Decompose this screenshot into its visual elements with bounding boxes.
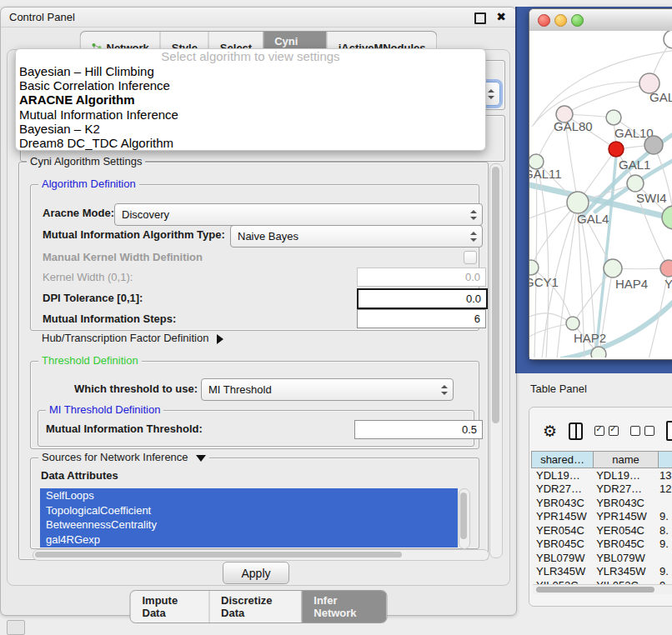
- scrollbar-thumb[interactable]: [536, 587, 654, 592]
- close-icon[interactable]: [496, 10, 506, 23]
- mi-steps-label: Mutual Information Steps:: [43, 312, 176, 325]
- control-panel-titlebar[interactable]: Control Panel: [1, 8, 516, 28]
- algorithm-option[interactable]: Dream8 DC_TDC Algorithm: [16, 136, 485, 150]
- table-cell: YDL19…: [531, 469, 591, 482]
- gear-icon[interactable]: [543, 423, 557, 439]
- scrollbar-thumb[interactable]: [35, 552, 402, 558]
- network-canvas[interactable]: GALGAL80GAL10GAL1GAL11SWI4GAL4GCY1HAP4YH…: [529, 31, 672, 359]
- network-window-titlebar[interactable]: [529, 9, 672, 32]
- network-node[interactable]: [664, 31, 672, 48]
- table-row[interactable]: YBR045CYBR045C9.: [531, 538, 672, 552]
- table-row[interactable]: YBR043CYBR043C: [531, 496, 672, 510]
- zoom-traffic-light-icon[interactable]: [571, 14, 584, 27]
- column-header-clipped[interactable]: A: [658, 451, 672, 468]
- data-attribute-item[interactable]: SelfLoops: [40, 488, 458, 503]
- network-node-hap4[interactable]: [604, 259, 622, 278]
- scrollbar-thumb[interactable]: [492, 167, 499, 423]
- tab-impute-data[interactable]: Impute Data: [131, 591, 209, 622]
- table-hscrollbar[interactable]: [533, 584, 672, 594]
- table-body: YDL19…YDL19…13YDR27…YDR27…12YBR043CYBR04…: [531, 468, 672, 584]
- network-view-window: GALGAL80GAL10GAL1GAL11SWI4GAL4GCY1HAP4YH…: [529, 8, 672, 360]
- table-cell: YPR145W: [531, 510, 591, 522]
- network-node-gal1[interactable]: [609, 142, 624, 157]
- combo-arrows-icon: [487, 89, 494, 99]
- table-cell: YLR345W: [531, 565, 591, 578]
- table-cell: YER054C: [531, 524, 591, 537]
- sources-group: Sources for Network Inference Data Attri…: [30, 458, 479, 549]
- network-graph: GALGAL80GAL10GAL1GAL11SWI4GAL4GCY1HAP4YH…: [529, 31, 672, 358]
- checked-box-icon: [594, 426, 604, 436]
- network-node-gal10[interactable]: [606, 110, 621, 125]
- new-column-icon[interactable]: [666, 421, 672, 441]
- combo-arrows-icon: [469, 232, 477, 242]
- algorithm-option[interactable]: ARACNE Algorithm: [16, 92, 485, 107]
- settings-hscrollbar[interactable]: [33, 549, 489, 561]
- algorithm-option[interactable]: Bayesian – Hill Climbing: [16, 64, 485, 78]
- expander-collapsed-icon: [217, 334, 223, 344]
- table-row[interactable]: YDL19…YDL19…13: [531, 468, 672, 482]
- mi-type-combobox[interactable]: Naive Bayes: [230, 225, 483, 248]
- settings-vscrollbar[interactable]: [489, 163, 503, 558]
- algorithm-definition-group: Algorithm Definition Aracne Mode: Discov…: [30, 184, 479, 331]
- manual-kernel-label: Manual Kernel Width Definition: [43, 251, 203, 263]
- table-cell: YBR045C: [531, 538, 591, 550]
- network-node-y[interactable]: [660, 260, 672, 277]
- node-table: shared… name A YDL19…YDL19…13YDR27…YDR27…: [531, 451, 672, 584]
- combo-arrows-icon: [469, 210, 477, 220]
- minimize-traffic-light-icon[interactable]: [554, 14, 567, 27]
- kernel-width-label: Kernel Width (0,1):: [43, 271, 133, 283]
- network-node-gal4[interactable]: [567, 192, 589, 213]
- node-label: GCY1: [529, 275, 559, 289]
- scrollbar-thumb[interactable]: [460, 492, 467, 539]
- dpi-tolerance-field[interactable]: 0.0: [357, 288, 488, 309]
- unchecked-box-icon: [644, 426, 654, 436]
- table-cell: YER054C: [591, 524, 654, 537]
- tab-infer-network[interactable]: Infer Network: [301, 591, 386, 622]
- data-attributes-list[interactable]: SelfLoopsTopologicalCoefficientBetweenne…: [40, 488, 458, 548]
- mi-threshold-field[interactable]: 0.5: [354, 420, 483, 439]
- columns-icon[interactable]: [569, 422, 583, 440]
- column-header-shared-name[interactable]: shared…: [531, 451, 593, 468]
- hub-definition-expander[interactable]: Hub/Transcription Factor Definition: [42, 332, 223, 344]
- network-node[interactable]: [591, 347, 606, 358]
- float-window-icon[interactable]: [474, 12, 486, 24]
- collapsed-panel-button[interactable]: [7, 620, 25, 635]
- mi-steps-field[interactable]: 6: [357, 309, 486, 328]
- network-node-hap2[interactable]: [566, 317, 579, 330]
- table-cell: 8.: [654, 524, 672, 537]
- tab-discretize-data[interactable]: Discretize Data: [208, 591, 301, 622]
- network-node[interactable]: [644, 136, 663, 154]
- table-row[interactable]: YDR27…YDR27…12: [531, 482, 672, 497]
- table-row[interactable]: YLR345WYLR345W9.: [531, 565, 672, 579]
- algorithm-option[interactable]: Basic Correlation Inference: [16, 78, 485, 92]
- node-label: Y: [664, 277, 672, 291]
- close-traffic-light-icon[interactable]: [538, 14, 550, 27]
- data-attribute-item[interactable]: gal4RGexp: [40, 532, 458, 548]
- table-row[interactable]: YIL052CYIL052C9: [531, 578, 672, 584]
- bottom-tabbar: Impute Data Discretize Data Infer Networ…: [130, 590, 388, 623]
- algorithm-dropdown-placeholder: Select algorithm to view settings: [16, 49, 485, 64]
- attributes-scrollbar[interactable]: [459, 488, 470, 549]
- apply-button[interactable]: Apply: [223, 562, 289, 584]
- select-all-icon[interactable]: [594, 426, 619, 436]
- table-row[interactable]: YPR145WYPR145W9.: [531, 510, 672, 524]
- algorithm-option[interactable]: Bayesian – K2: [16, 122, 485, 136]
- which-threshold-combobox[interactable]: MI Threshold: [201, 378, 454, 401]
- table-panel-title: Table Panel: [530, 382, 587, 395]
- network-node-gcy1[interactable]: [529, 260, 539, 275]
- aracne-mode-combobox[interactable]: Discovery: [114, 203, 483, 226]
- data-attribute-item[interactable]: BetweennessCentrality: [40, 518, 458, 532]
- network-node-swi4[interactable]: [627, 175, 644, 192]
- node-label: HAP4: [615, 277, 648, 291]
- deselect-all-icon[interactable]: [630, 426, 654, 436]
- data-attribute-item[interactable]: TopologicalCoefficient: [40, 503, 458, 518]
- manual-kernel-checkbox[interactable]: [464, 251, 477, 264]
- table-cell: 13: [654, 469, 672, 482]
- aracne-mode-label: Aracne Mode:: [43, 207, 114, 219]
- expander-expanded-icon: [196, 455, 206, 462]
- table-row[interactable]: YER054CYER054C8.: [531, 523, 672, 538]
- table-row[interactable]: YBL079WYBL079W: [531, 551, 672, 565]
- algorithm-option[interactable]: Mutual Information Inference: [16, 108, 485, 122]
- column-header-name[interactable]: name: [593, 451, 658, 468]
- threshold-definition-group: Threshold Definition Which threshold to …: [30, 361, 479, 449]
